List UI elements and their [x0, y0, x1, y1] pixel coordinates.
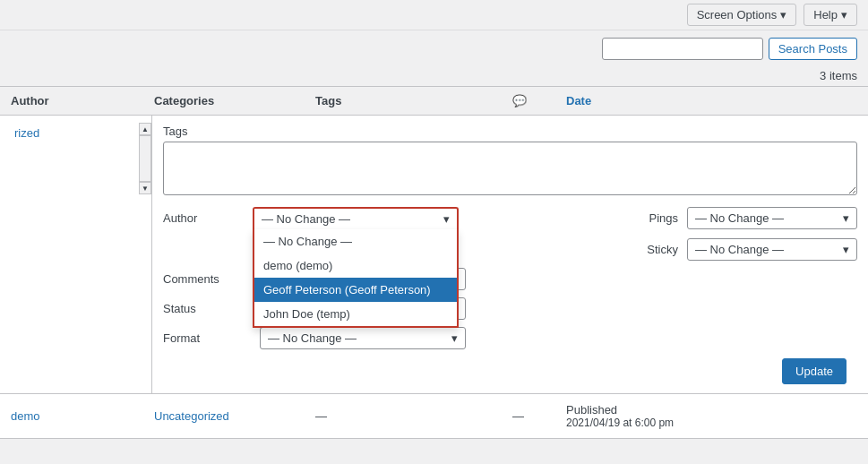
author-dropdown-list: — No Change — demo (demo) Geoff Peterson…: [253, 229, 459, 328]
screen-options-chevron-icon: ▾: [780, 8, 786, 21]
pings-sticky-section: Pings — No Change — ▾ Sticky — No Change…: [638, 207, 857, 261]
search-bar: Search Posts: [0, 30, 868, 67]
screen-options-label: Screen Options: [697, 8, 778, 21]
author-row: Author — No Change — ▾ — No Change — dem…: [163, 207, 857, 261]
table-row: demo Uncategorized — — Published 2021/04…: [0, 394, 868, 439]
search-input[interactable]: [602, 38, 763, 60]
row-author[interactable]: demo: [11, 409, 154, 423]
row-comments: —: [512, 409, 566, 423]
scroll-down-arrow[interactable]: ▼: [139, 182, 151, 194]
sticky-chevron-icon: ▾: [843, 243, 849, 256]
pings-select[interactable]: — No Change — ▾: [687, 207, 857, 229]
sticky-label: Sticky: [638, 243, 678, 256]
author-chevron-icon: ▾: [443, 212, 450, 226]
help-label: Help: [813, 8, 838, 21]
tags-textarea[interactable]: [163, 142, 857, 195]
table-header: Author Categories Tags 💬 Date: [0, 87, 868, 116]
pings-value: — No Change —: [695, 211, 784, 225]
search-button-label: Search Posts: [778, 42, 847, 56]
scroll-track: [139, 135, 151, 182]
help-button[interactable]: Help ▾: [804, 4, 857, 26]
items-count: 3 items: [0, 67, 868, 86]
format-label: Format: [163, 331, 253, 345]
top-bar: Screen Options ▾ Help ▾ Search Posts 3 i…: [0, 0, 868, 86]
col-categories: Categories: [154, 94, 315, 107]
author-selected-value: — No Change —: [262, 212, 350, 226]
status-label: Status: [163, 302, 253, 315]
sticky-row: Sticky — No Change — ▾: [638, 238, 857, 261]
pings-row: Pings — No Change — ▾: [638, 207, 857, 229]
col-date[interactable]: Date: [566, 94, 857, 107]
update-button[interactable]: Update: [782, 358, 847, 384]
format-chevron-icon: ▾: [451, 331, 458, 345]
scroll-up-arrow[interactable]: ▲: [139, 123, 151, 135]
sticky-value: — No Change —: [695, 243, 784, 256]
dropdown-option-no-change[interactable]: — No Change —: [254, 229, 457, 253]
col-author: Author: [11, 94, 154, 107]
col-tags: Tags: [315, 94, 512, 107]
author-dropdown-container: — No Change — ▾ — No Change — demo (demo…: [253, 207, 459, 229]
comments-label: Comments: [163, 272, 253, 286]
screen-options-button[interactable]: Screen Options ▾: [687, 4, 797, 26]
author-label: Author: [163, 207, 253, 225]
main-content: Author Categories Tags 💬 Date rized ▲ ▼: [0, 86, 868, 439]
pings-chevron-icon: ▾: [843, 211, 849, 225]
row-categories[interactable]: Uncategorized: [154, 409, 315, 423]
sticky-select[interactable]: — No Change — ▾: [687, 238, 857, 261]
dropdown-option-geoff[interactable]: Geoff Peterson (Geoff Peterson): [254, 278, 457, 302]
published-date: 2021/04/19 at 6:00 pm: [566, 417, 857, 429]
action-buttons: Update: [163, 358, 857, 384]
dropdown-option-demo[interactable]: demo (demo): [254, 253, 457, 278]
bulk-edit-content: Tags Author — No Change — ▾ — No Change …: [152, 116, 868, 393]
published-label: Published: [566, 403, 857, 417]
partial-category-text: rized: [7, 123, 135, 140]
update-label: Update: [795, 365, 833, 378]
help-chevron-icon: ▾: [841, 8, 847, 21]
author-dropdown-trigger[interactable]: — No Change — ▾: [253, 207, 459, 229]
format-value: — No Change —: [268, 331, 357, 345]
row-date: Published 2021/04/19 at 6:00 pm: [566, 403, 857, 429]
tags-section-label: Tags: [163, 125, 857, 138]
col-comments: 💬: [512, 94, 566, 107]
left-column: rized ▲ ▼: [0, 116, 152, 393]
pings-label: Pings: [638, 211, 678, 225]
row-tags: —: [315, 409, 512, 423]
dropdown-option-john[interactable]: John Doe (temp): [254, 302, 457, 326]
format-row: Format — No Change — ▾: [163, 327, 857, 349]
format-select[interactable]: — No Change — ▾: [260, 327, 466, 349]
search-posts-button[interactable]: Search Posts: [769, 38, 857, 60]
